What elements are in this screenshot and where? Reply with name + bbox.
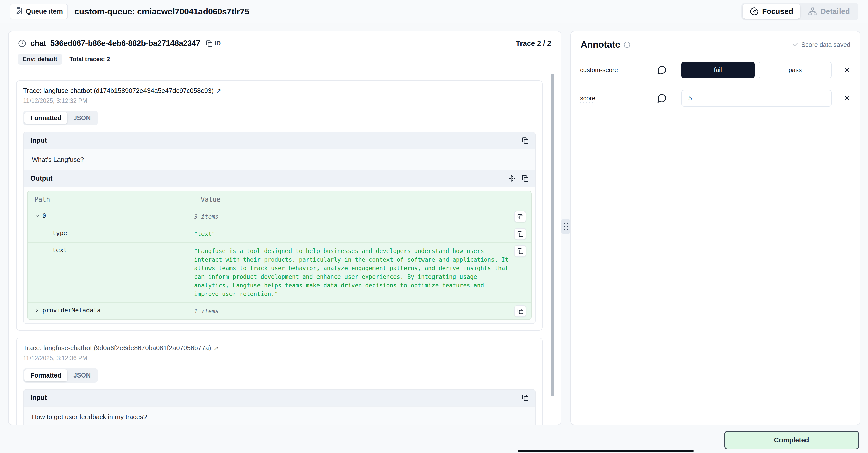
- annotate-header: Annotate Score data saved: [571, 31, 860, 50]
- copy-icon: [518, 248, 523, 254]
- scrollbar-thumb[interactable]: [551, 74, 554, 396]
- trace-panel-badges: Env: default Total traces: 2: [8, 48, 561, 65]
- trace-link-row: Trace: langfuse-chatbot (d174b1589072e43…: [23, 87, 536, 95]
- copy-icon: [522, 394, 529, 401]
- external-link-icon: ↗: [216, 87, 221, 94]
- row-value: "text": [194, 226, 509, 242]
- row-value: 3 items: [194, 208, 509, 225]
- input-content: How to get user feedback in my traces?: [24, 406, 535, 425]
- trace-timestamp: 11/12/2025, 3:12:36 PM: [23, 355, 536, 362]
- column-value: Value: [194, 191, 509, 208]
- score-label: custom-score: [580, 66, 657, 74]
- input-header: Input: [24, 390, 535, 406]
- output-header: Output: [24, 170, 535, 187]
- total-traces-label: Total traces: 2: [69, 56, 110, 63]
- score-label: score: [580, 95, 657, 102]
- remove-score-button[interactable]: [832, 66, 851, 74]
- copy-row-button[interactable]: [515, 305, 526, 317]
- option-pass-button[interactable]: pass: [758, 62, 832, 78]
- tab-json[interactable]: JSON: [67, 112, 97, 124]
- trace-panel: chat_536ed067-b86e-4eb6-882b-ba27148a234…: [8, 31, 561, 425]
- row-path: type: [53, 229, 67, 236]
- trace-card-1: Trace: langfuse-chatbot (d174b1589072e43…: [16, 80, 543, 331]
- session-title: chat_536ed067-b86e-4eb6-882b-ba27148a234…: [30, 39, 200, 48]
- trace-link[interactable]: Trace: langfuse-chatbot (9d0a6f2e6de8670…: [23, 344, 211, 352]
- external-link-icon: ↗: [214, 345, 219, 352]
- trace-timestamp: 11/12/2025, 3:12:32 PM: [23, 97, 536, 104]
- remove-score-button[interactable]: [832, 94, 851, 102]
- queue-item-badge: Queue item: [9, 3, 68, 20]
- save-status-label: Score data saved: [801, 41, 850, 49]
- copy-icon: [518, 231, 523, 237]
- score-options: fail pass: [681, 62, 832, 78]
- tab-formatted[interactable]: Formatted: [25, 369, 67, 381]
- table-row[interactable]: type "text": [28, 225, 531, 242]
- view-mode-toggle: Focused Detailed: [741, 2, 859, 20]
- env-badge: Env: default: [18, 54, 62, 65]
- comment-button[interactable]: [657, 65, 681, 75]
- trace-link-row: Trace: langfuse-chatbot (9d0a6f2e6de8670…: [23, 344, 536, 352]
- clipboard-pen-icon: [14, 6, 23, 17]
- row-value: "Langfuse is a tool designed to help bus…: [194, 243, 509, 302]
- unfold-vertical-icon: [508, 175, 515, 182]
- trace-panel-header: chat_536ed067-b86e-4eb6-882b-ba27148a234…: [8, 31, 561, 48]
- table-row[interactable]: text "Langfuse is a tool designed to hel…: [28, 242, 531, 302]
- input-content: What's Langfuse?: [24, 149, 535, 170]
- copy-icon: [206, 40, 213, 47]
- io-viewer: Input What's Langfuse? Output: [23, 132, 536, 324]
- io-viewer: Input How to get user feedback in my tra…: [23, 389, 536, 425]
- row-value: 1 items: [194, 303, 509, 319]
- queue-item-badge-label: Queue item: [26, 7, 63, 16]
- trace-card-2: Trace: langfuse-chatbot (9d0a6f2e6de8670…: [16, 338, 543, 425]
- score-value-input[interactable]: [681, 90, 832, 107]
- top-bar: Queue item custom-queue: cmiacwel70041ad…: [0, 0, 868, 23]
- view-mode-detailed[interactable]: Detailed: [801, 4, 857, 19]
- score-row-score: score: [571, 90, 860, 107]
- annotate-panel: Annotate Score data saved custom-score f…: [570, 31, 861, 425]
- option-fail-button[interactable]: fail: [681, 62, 754, 78]
- chevron-right-icon: [34, 308, 40, 313]
- completed-button[interactable]: Completed: [724, 431, 859, 450]
- check-icon: [792, 41, 799, 48]
- info-icon[interactable]: [624, 41, 630, 48]
- copy-icon: [522, 175, 529, 182]
- copy-input-button[interactable]: [522, 394, 529, 401]
- column-path: Path: [28, 191, 194, 208]
- panel-resize-handle[interactable]: [561, 219, 571, 234]
- json-table-header: Path Value: [28, 191, 531, 208]
- view-mode-focused[interactable]: Focused: [743, 4, 800, 19]
- comment-button[interactable]: [657, 93, 681, 103]
- close-icon: [843, 94, 851, 102]
- save-status: Score data saved: [792, 41, 850, 49]
- table-row[interactable]: providerMetadata 1 items: [28, 302, 531, 319]
- output-label: Output: [30, 174, 53, 182]
- row-path: providerMetadata: [42, 307, 101, 314]
- tab-json[interactable]: JSON: [67, 369, 97, 381]
- tree-icon: [808, 7, 817, 16]
- score-row-custom-score: custom-score fail pass: [571, 62, 860, 78]
- copy-row-button[interactable]: [515, 211, 526, 223]
- copy-row-button[interactable]: [515, 228, 526, 239]
- tab-formatted[interactable]: Formatted: [25, 112, 67, 124]
- id-label: ID: [215, 40, 221, 47]
- copy-row-button[interactable]: [515, 245, 526, 257]
- input-label: Input: [30, 137, 47, 144]
- comment-icon: [657, 65, 667, 75]
- copy-icon: [518, 308, 523, 314]
- table-row[interactable]: 0 3 items: [28, 208, 531, 225]
- close-icon: [843, 66, 851, 74]
- comment-icon: [657, 93, 667, 103]
- gauge-icon: [750, 7, 758, 16]
- input-header: Input: [24, 132, 535, 149]
- annotate-title: Annotate: [581, 39, 620, 50]
- trace-link[interactable]: Trace: langfuse-chatbot (d174b1589072e43…: [23, 87, 214, 95]
- page-title: custom-queue: cmiacwel70041ad060s7tlr75: [74, 6, 249, 17]
- copy-input-button[interactable]: [522, 137, 529, 144]
- expand-rows-button[interactable]: [508, 175, 515, 182]
- row-path: text: [53, 247, 67, 254]
- copy-icon: [522, 137, 529, 144]
- json-table: Path Value 0 3 items: [27, 191, 532, 320]
- input-label: Input: [30, 394, 47, 402]
- copy-id-button[interactable]: ID: [206, 40, 221, 47]
- copy-output-button[interactable]: [522, 175, 529, 182]
